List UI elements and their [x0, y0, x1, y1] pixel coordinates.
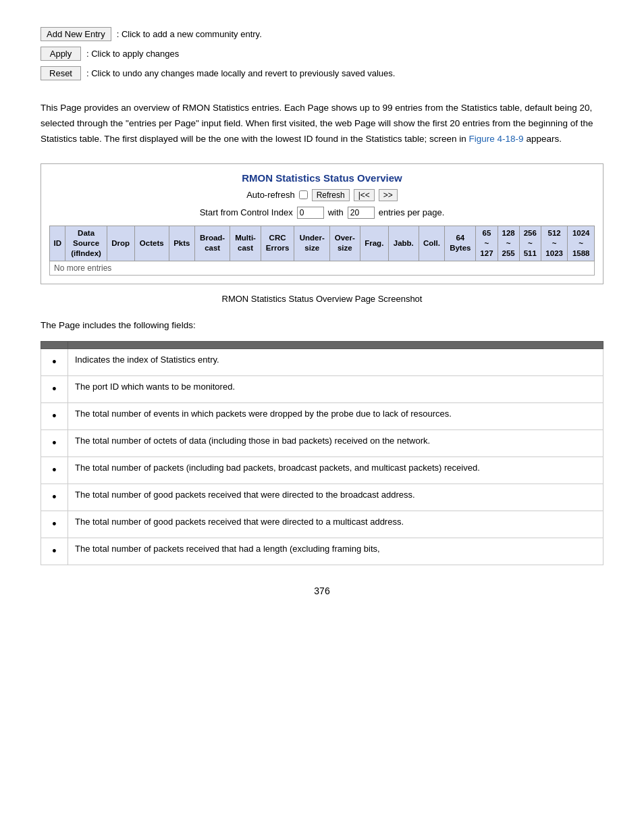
description-cell: The total number of octets of data (incl…	[68, 429, 603, 457]
table-row: •The total number of good packets receiv…	[41, 511, 603, 538]
table-row: •The total number of packets received th…	[41, 538, 603, 565]
table-header-row: ID DataSource(ifIndex) Drop Octets Pkts …	[50, 226, 595, 261]
col-undersize: Under-size	[294, 226, 330, 261]
col-crc-errors: CRCErrors	[261, 226, 294, 261]
overview-controls: Auto-refresh Refresh |<< >>	[49, 189, 595, 201]
fields-table: •Indicates the index of Statistics entry…	[41, 341, 603, 565]
next-button[interactable]: >>	[379, 189, 398, 201]
add-new-entry-button[interactable]: Add New Entry	[41, 27, 111, 41]
col-id: ID	[50, 226, 65, 261]
apply-row: Apply : Click to apply changes	[41, 47, 603, 61]
bullet-cell: •	[41, 429, 68, 457]
description-cell: The total number of events in which pack…	[68, 402, 603, 429]
col-drop: Drop	[107, 226, 134, 261]
button-section: Add New Entry : Click to add a new commu…	[41, 27, 603, 80]
apply-button[interactable]: Apply	[41, 47, 81, 61]
table-row: •The total number of packets (including …	[41, 457, 603, 484]
description-cell: The total number of good packets receive…	[68, 484, 603, 511]
col-coll: Coll.	[419, 226, 445, 261]
description-cell: Indicates the index of Statistics entry.	[68, 348, 603, 375]
page-number: 376	[41, 585, 603, 596]
col-1024-1588: 1024~1588	[568, 226, 595, 261]
col-octets: Octets	[134, 226, 169, 261]
start-row: Start from Control Index with entries pe…	[49, 207, 595, 219]
start-label: Start from Control Index	[200, 207, 293, 217]
table-row: •The port ID which wants to be monitored…	[41, 375, 603, 402]
figure-link[interactable]: Figure 4-18-9	[469, 134, 524, 144]
col-data-source: DataSource(ifIndex)	[65, 226, 107, 261]
bullet-cell: •	[41, 457, 68, 484]
bullet-cell: •	[41, 484, 68, 511]
table-row: •The total number of octets of data (inc…	[41, 429, 603, 457]
description-cell: The total number of packets (including b…	[68, 457, 603, 484]
bullet-cell: •	[41, 511, 68, 538]
col-pkts: Pkts	[169, 226, 194, 261]
auto-refresh-label: Auto-refresh	[246, 190, 295, 200]
bullet-cell: •	[41, 375, 68, 402]
col-256-511: 256~511	[519, 226, 541, 261]
overview-title: RMON Statistics Status Overview	[49, 172, 595, 184]
col-512-1023: 512~1023	[541, 226, 568, 261]
overview-box: RMON Statistics Status Overview Auto-ref…	[41, 163, 603, 284]
reset-description: : Click to undo any changes made locally…	[86, 68, 395, 78]
bullet-cell: •	[41, 348, 68, 375]
with-value-input[interactable]	[348, 207, 375, 219]
entries-per-page-label: entries per page.	[379, 207, 445, 217]
table-row: •Indicates the index of Statistics entry…	[41, 348, 603, 375]
description-cell: The port ID which wants to be monitored.	[68, 375, 603, 402]
start-index-input[interactable]	[297, 207, 324, 219]
page-description: This Page provides an overview of RMON S…	[41, 101, 603, 147]
col-oversize: Over-size	[330, 226, 360, 261]
reset-button[interactable]: Reset	[41, 66, 81, 80]
col-64: 64Bytes	[445, 226, 476, 261]
table-row: •The total number of good packets receiv…	[41, 484, 603, 511]
col-65-127: 65~127	[476, 226, 498, 261]
fields-col-bullet	[41, 341, 68, 348]
add-new-entry-description: : Click to add a new community entry.	[117, 29, 262, 39]
col-frag: Frag.	[360, 226, 388, 261]
col-128-255: 128~255	[498, 226, 519, 261]
fields-col-desc	[68, 341, 603, 348]
fields-header-row	[41, 341, 603, 348]
apply-description: : Click to apply changes	[86, 49, 179, 59]
auto-refresh-checkbox[interactable]	[299, 190, 308, 199]
bullet-cell: •	[41, 402, 68, 429]
col-multicast: Multi-cast	[230, 226, 261, 261]
prev-button[interactable]: |<<	[354, 189, 375, 201]
fields-tbody: •Indicates the index of Statistics entry…	[41, 348, 603, 565]
col-jabb: Jabb.	[388, 226, 419, 261]
bullet-cell: •	[41, 538, 68, 565]
reset-row: Reset : Click to undo any changes made l…	[41, 66, 603, 80]
table-row: •The total number of events in which pac…	[41, 402, 603, 429]
no-entries-row: No more entries	[50, 261, 595, 275]
with-label: with	[328, 207, 344, 217]
rmon-table: ID DataSource(ifIndex) Drop Octets Pkts …	[49, 226, 595, 276]
no-entries-cell: No more entries	[50, 261, 595, 275]
refresh-button[interactable]: Refresh	[312, 189, 350, 201]
description-cell: The total number of packets received tha…	[68, 538, 603, 565]
col-broadcast: Broad-cast	[194, 226, 230, 261]
description-end: appears.	[524, 134, 562, 144]
add-new-entry-row: Add New Entry : Click to add a new commu…	[41, 27, 603, 41]
overview-caption: RMON Statistics Status Overview Page Scr…	[41, 294, 603, 304]
description-cell: The total number of good packets receive…	[68, 511, 603, 538]
fields-intro: The Page includes the following fields:	[41, 320, 603, 330]
